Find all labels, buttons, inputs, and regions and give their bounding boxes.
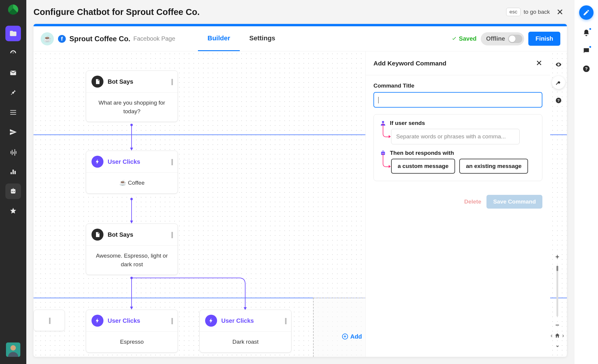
nav-reports[interactable] <box>5 164 21 179</box>
command-title-input[interactable] <box>373 92 542 108</box>
node-user-clicks[interactable]: User Clicks || ☕ Coffee <box>86 151 178 194</box>
node-bot-says[interactable]: Bot Says || Awesome. Espresso, light or … <box>86 224 178 275</box>
placeholder-text: Separate words or phrases with a comma..… <box>396 133 506 140</box>
nav-feed[interactable] <box>5 105 21 120</box>
nav-inbox[interactable] <box>5 65 21 81</box>
main-area: Configure Chatbot for Sprout Coffee Co. … <box>26 0 574 364</box>
response-indent: a custom message an existing message <box>391 159 536 174</box>
document-icon <box>91 229 103 241</box>
nav-listening[interactable] <box>5 144 21 160</box>
nav-publishing[interactable] <box>5 124 21 140</box>
node-body: Awesome. Espresso, light or dark rost <box>86 246 178 275</box>
drag-handle-icon[interactable]: || <box>48 316 50 324</box>
nav-folder[interactable] <box>5 26 21 41</box>
tab-settings[interactable]: Settings <box>240 26 285 51</box>
node-header: Bot Says || <box>86 224 178 246</box>
nav-reviews[interactable] <box>5 203 21 219</box>
close-icon[interactable]: ✕ <box>536 59 542 68</box>
key-icon[interactable] <box>552 76 565 89</box>
node-bot-says[interactable]: Bot Says || What are you shopping for to… <box>86 71 178 122</box>
help-icon[interactable]: ? <box>582 64 591 74</box>
zoom-in-button[interactable]: + <box>554 252 561 262</box>
sidepanel-footer: Delete Save Command <box>366 188 550 215</box>
node-title: User Clicks <box>108 158 171 165</box>
builder-canvas[interactable]: Bot Says || What are you shopping for to… <box>33 51 567 357</box>
existing-message-button[interactable]: an existing message <box>459 159 528 174</box>
preview-icon[interactable] <box>552 58 565 71</box>
node-partial[interactable]: || <box>33 310 65 331</box>
drag-handle-icon[interactable]: || <box>171 78 172 85</box>
svg-point-16 <box>383 150 384 151</box>
node-header: User Clicks || <box>86 151 178 173</box>
add-quick-label: Add <box>350 333 362 340</box>
plus-icon: + <box>342 334 348 339</box>
content-card: ☕ f Sprout Coffee Co. Facebook Page Buil… <box>33 24 567 357</box>
profile-name: Sprout Coffee Co. <box>69 35 130 43</box>
finish-button[interactable]: Finish <box>528 32 560 46</box>
user-avatar[interactable] <box>6 342 20 357</box>
node-header: Bot Says || <box>86 71 178 93</box>
offline-toggle[interactable]: Offline <box>481 32 524 45</box>
tabs: Builder Settings <box>198 26 285 51</box>
chevron-down-icon[interactable]: ⌄ <box>554 341 561 350</box>
drag-handle-icon[interactable]: || <box>285 317 286 325</box>
zoom-thumb[interactable] <box>556 266 558 271</box>
node-user-clicks[interactable]: User Clicks || Espresso <box>86 310 178 353</box>
node-user-clicks[interactable]: User Clicks || Dark roast <box>199 310 292 353</box>
nav-bots[interactable] <box>5 183 21 199</box>
zoom-slider[interactable] <box>556 266 558 316</box>
nav-pin[interactable] <box>5 85 21 100</box>
svg-text:?: ? <box>585 66 588 71</box>
check-icon <box>451 36 457 42</box>
delete-button[interactable]: Delete <box>464 198 481 205</box>
drag-handle-icon[interactable]: || <box>171 158 172 166</box>
node-title: Bot Says <box>108 78 171 85</box>
chat-icon[interactable] <box>582 46 591 56</box>
node-title: User Clicks <box>108 317 171 324</box>
offline-label: Offline <box>486 35 505 42</box>
zoom-controls: + − ‹ › ⌄ <box>550 252 565 350</box>
left-nav-sidebar <box>0 0 26 364</box>
if-user-sends-row: If user sends <box>380 120 536 126</box>
custom-message-button[interactable]: a custom message <box>391 159 455 174</box>
help-icon[interactable]: ? <box>552 94 565 107</box>
sidepanel-body: Command Title If user sends Separate wor… <box>366 75 550 188</box>
sidepanel-header: Add Keyword Command ✕ <box>366 51 550 75</box>
bolt-icon <box>91 315 103 327</box>
node-header: User Clicks || <box>200 310 291 332</box>
then-bot-responds-label: Then bot responds with <box>390 150 454 156</box>
close-icon[interactable]: ✕ <box>556 7 563 17</box>
sprout-logo <box>6 2 20 17</box>
nav-dashboard[interactable] <box>5 45 21 61</box>
keyword-section: If user sends Separate words or phrases … <box>373 114 542 181</box>
save-command-button[interactable]: Save Command <box>486 195 542 209</box>
chevron-left-icon[interactable]: ‹ <box>550 332 553 339</box>
notifications-icon[interactable] <box>582 28 591 38</box>
subheader-right: Saved Offline Finish <box>451 32 567 46</box>
drag-handle-icon[interactable]: || <box>171 231 172 238</box>
compose-button[interactable] <box>579 5 594 20</box>
canvas-nav: ‹ › <box>550 332 564 339</box>
node-body: Dark roast <box>200 332 291 352</box>
chevron-right-icon[interactable]: › <box>562 332 564 339</box>
coffee-avatar-icon: ☕ <box>41 32 54 45</box>
page-title: Configure Chatbot for Sprout Coffee Co. <box>33 7 506 17</box>
saved-label: Saved <box>459 35 477 42</box>
goback-text: to go back <box>524 9 550 15</box>
home-icon[interactable] <box>554 333 560 339</box>
node-title: Bot Says <box>108 231 171 238</box>
tab-builder[interactable]: Builder <box>198 26 240 51</box>
drag-handle-icon[interactable]: || <box>171 317 172 325</box>
profile-type: Facebook Page <box>133 35 175 42</box>
svg-text:?: ? <box>557 98 560 103</box>
keywords-input[interactable]: Separate words or phrases with a comma..… <box>391 129 520 144</box>
node-header: User Clicks || <box>86 310 178 332</box>
bolt-icon <box>91 156 103 168</box>
node-body: What are you shopping for today? <box>86 93 178 122</box>
zoom-out-button[interactable]: − <box>554 320 561 330</box>
keywords-indent: Separate words or phrases with a comma..… <box>391 129 536 144</box>
notification-dot <box>589 45 592 48</box>
toggle-switch[interactable] <box>508 35 522 43</box>
topbar: Configure Chatbot for Sprout Coffee Co. … <box>26 0 574 24</box>
sidepanel-title: Add Keyword Command <box>373 60 446 67</box>
